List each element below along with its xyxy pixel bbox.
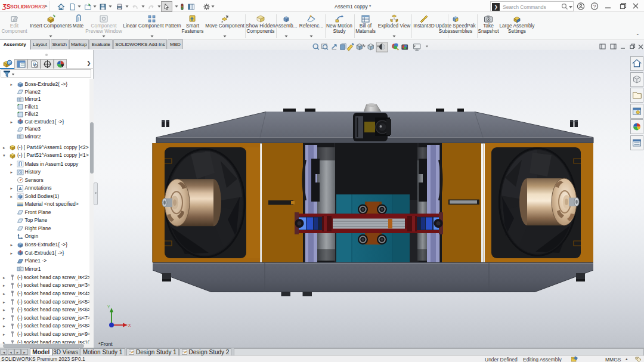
svg-text:SOLIDWORKS: SOLIDWORKS [10, 4, 45, 10]
svg-text:Y: Y [107, 305, 110, 309]
svg-text:P: P [8, 60, 11, 64]
svg-text:ƷS: ƷS [2, 3, 10, 10]
svg-text:X: X [128, 323, 131, 327]
svg-text:?: ? [593, 4, 596, 10]
svg-text:A: A [18, 186, 22, 191]
